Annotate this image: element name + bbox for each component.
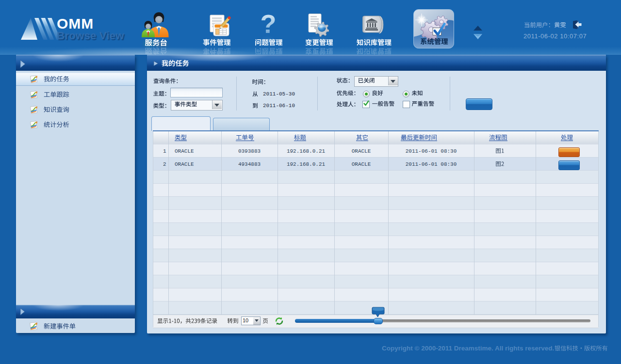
svg-text:?: ? bbox=[261, 13, 277, 37]
